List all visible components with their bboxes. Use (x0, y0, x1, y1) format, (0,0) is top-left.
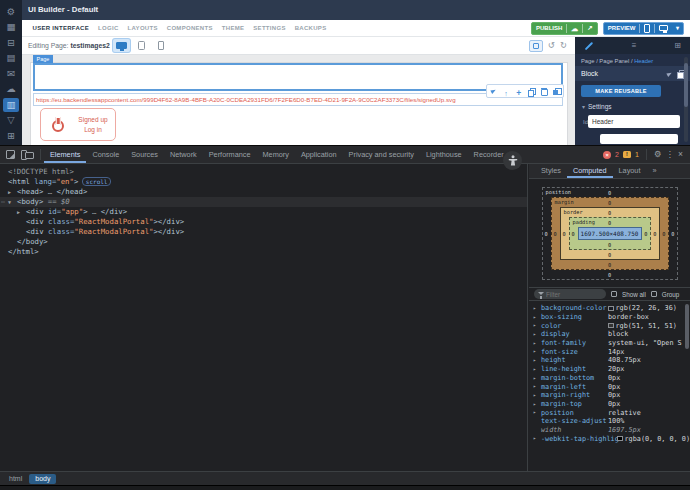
computed-property-row[interactable]: ▸font-size14px (529, 347, 690, 356)
box-model-content[interactable]: 1697.500×408.750 (578, 227, 642, 240)
nav-tab-logic[interactable]: LOGIC (94, 20, 124, 36)
expand-arrow-icon[interactable]: ▸ (533, 331, 536, 337)
expand-arrow-icon[interactable]: ▸ (533, 322, 536, 328)
computed-property-row[interactable]: ▸displayblock (529, 330, 690, 339)
devtools-tab-application[interactable]: Application (295, 146, 343, 163)
publish-button[interactable]: PUBLISH ☁ ↗ (531, 22, 598, 35)
computed-property-row[interactable]: ▸margin-top0px (529, 400, 690, 409)
styles-scrollbar[interactable] (685, 304, 689, 349)
video-icon[interactable]: ▦ (3, 20, 19, 34)
devtools-tab-performance[interactable]: Performance (203, 146, 257, 163)
computed-property-row[interactable]: ▸colorrgb(51, 51, 51) (529, 321, 690, 330)
nav-tab-layouts[interactable]: LAYOUTS (123, 20, 162, 36)
computed-property-row[interactable]: width1697.5px (529, 426, 690, 435)
error-icon[interactable]: × (603, 151, 611, 159)
image-component[interactable]: https://eu.backendlessappcontent.com/999… (33, 93, 563, 106)
expand-arrow-icon[interactable]: ▸ (533, 366, 536, 372)
nav-tab-theme[interactable]: THEME (217, 20, 249, 36)
expand-arrow-icon[interactable]: ▸ (533, 375, 536, 381)
devtools-tab-lighthouse[interactable]: Lighthouse (420, 146, 468, 163)
selected-header-block[interactable] (33, 63, 563, 91)
ui-builder-icon[interactable]: ▥ (3, 98, 19, 112)
dom-tree-line[interactable]: <!DOCTYPE html> (0, 167, 527, 177)
preview-label[interactable]: PREVIEW (604, 23, 640, 34)
expand-arrow-icon[interactable]: ▸ (533, 348, 536, 354)
copy-style-icon[interactable] (552, 86, 561, 96)
nav-tab-settings[interactable]: SETTINGS (249, 20, 290, 36)
dom-tree-line[interactable]: </body> (0, 237, 527, 247)
computed-property-row[interactable]: ▸positionrelative (529, 408, 690, 417)
expand-arrow-icon[interactable]: ▼ (8, 197, 11, 207)
expand-arrow-icon[interactable]: ▸ (533, 340, 536, 346)
chevron-down-icon[interactable]: ▾ (672, 23, 683, 34)
menu-icon[interactable]: ≡ (632, 41, 637, 50)
inspect-element-icon[interactable] (6, 150, 15, 159)
design-brush-icon[interactable] (584, 41, 594, 51)
settings-section-header[interactable]: ▾Settings (575, 99, 690, 113)
settings-gear-icon[interactable]: ⚙ (3, 5, 19, 19)
publish-label[interactable]: PUBLISH (532, 23, 566, 34)
computed-property-row[interactable]: ▸margin-left0px (529, 382, 690, 391)
box-model-padding-ring[interactable]: padding 0 0 0 0 1697.500×408.750 (569, 217, 651, 250)
dom-tree-line[interactable]: ⋯▼<body> == $0 (0, 197, 527, 207)
preview-button[interactable]: PREVIEW ▾ (603, 22, 684, 35)
phone-view-button[interactable] (153, 39, 170, 52)
computed-property-row[interactable]: ▸font-familysystem-ui, "Open S (529, 339, 690, 348)
inspector-scrollbar[interactable] (684, 57, 688, 142)
expand-arrow-icon[interactable]: ▸ (533, 392, 536, 398)
sidebar-tab-»[interactable]: » (646, 164, 662, 178)
group-checkbox[interactable] (651, 291, 657, 297)
cloud-code-icon[interactable]: ☁ (3, 82, 19, 96)
error-count[interactable]: 2 (615, 151, 619, 158)
sidebar-tab-computed[interactable]: Computed (567, 164, 613, 178)
files-icon[interactable]: ▤ (3, 51, 19, 65)
marketplace-icon[interactable]: ⊞ (3, 129, 19, 143)
show-all-checkbox[interactable] (611, 291, 617, 297)
box-model-border-ring[interactable]: border 0 0 0 0 padding 0 0 0 0 16 (560, 207, 660, 260)
devtools-settings-gear-icon[interactable]: ⚙ (654, 150, 662, 159)
preview-phone-icon[interactable] (640, 23, 654, 34)
redo-icon[interactable]: ↻ (560, 41, 567, 50)
grid-icon[interactable]: ⊞ (674, 41, 681, 50)
dom-tree-line[interactable]: <div class="ReactModalPortal"></div> (0, 227, 527, 237)
computed-property-row[interactable]: ▸height408.75px (529, 356, 690, 365)
move-icon[interactable] (514, 86, 523, 96)
computed-property-row[interactable]: ▸background-colorrgb(22, 26, 36) (529, 304, 690, 313)
devtools-tab-console[interactable]: Console (86, 146, 125, 163)
computed-property-row[interactable]: text-size-adjust100% (529, 417, 690, 426)
breadcrumb-current[interactable]: Header (634, 58, 653, 64)
devtools-tab-privacy-and-security[interactable]: Privacy and security (343, 146, 420, 163)
box-model-position-ring[interactable]: position 0 0 0 0 margin 0 0 0 0 border 0 (542, 187, 678, 280)
dom-tree-line[interactable]: ▶<head> … </head> (0, 187, 527, 197)
kebab-menu-icon[interactable]: ⋮ (666, 150, 675, 159)
expand-arrow-icon[interactable]: ▸ (533, 357, 536, 363)
dom-tree-line[interactable]: ▶<div id="app"> … </div> (0, 207, 527, 217)
expand-arrow-icon[interactable]: ▸ (533, 401, 536, 407)
devtools-tab-sources[interactable]: Sources (125, 146, 164, 163)
duplicate-icon[interactable] (527, 86, 536, 96)
dom-tree-line[interactable]: <html lang="en">scroll (0, 177, 527, 187)
id-input[interactable] (588, 115, 680, 128)
make-reusable-button[interactable]: MAKE REUSABLE (581, 85, 661, 97)
undo-icon[interactable]: ↺ (548, 41, 555, 50)
warning-count[interactable]: 1 (635, 151, 639, 158)
computed-property-row[interactable]: ▸box-sizingborder-box (529, 313, 690, 322)
select-parent-icon[interactable] (501, 86, 510, 96)
signed-up-widget[interactable]: Signed up Log in (40, 108, 116, 141)
breadcrumb-prefix[interactable]: Page / Page Panel / (581, 58, 634, 64)
dom-tree-line[interactable]: </html> (0, 247, 527, 257)
desktop-view-button[interactable] (113, 39, 130, 52)
nav-tab-backups[interactable]: BACKUPS (290, 20, 331, 36)
sidebar-tab-styles[interactable]: Styles (535, 164, 567, 178)
device-toolbar-icon[interactable] (21, 150, 32, 159)
devtools-tab-elements[interactable]: Elements (44, 146, 86, 163)
expand-arrow-icon[interactable]: ▸ (533, 435, 536, 441)
expand-arrow-icon[interactable]: ▶ (17, 207, 20, 217)
computed-property-row[interactable]: ▸-webkit-tap-highlig…rgba(0, 0, 0, 0) (529, 434, 690, 443)
tablet-view-button[interactable] (133, 39, 150, 52)
next-field-input[interactable] (600, 134, 678, 144)
computed-property-row[interactable]: ▸margin-right0px (529, 391, 690, 400)
expand-arrow-icon[interactable]: ▸ (533, 409, 536, 415)
delete-icon[interactable] (539, 86, 548, 96)
computed-property-row[interactable]: ▸margin-bottom0px (529, 374, 690, 383)
